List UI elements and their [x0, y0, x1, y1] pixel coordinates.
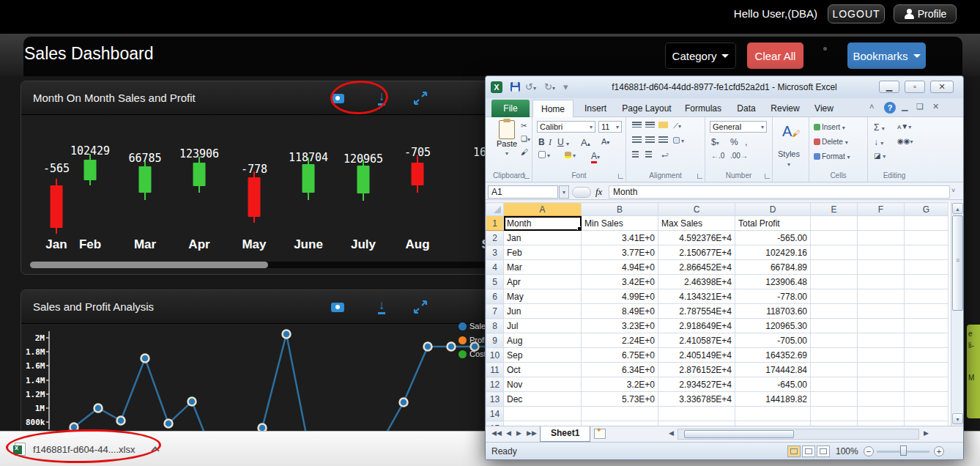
cell-C11[interactable]: 2.876152E+4 — [658, 363, 735, 377]
column-header-G[interactable]: G — [905, 203, 949, 216]
formula-expand-icon[interactable]: ˅ — [951, 187, 955, 194]
format-cells-button[interactable]: Format ▾ — [814, 152, 850, 160]
cell-A7[interactable]: Jun — [504, 304, 582, 319]
cell-E14[interactable] — [811, 407, 858, 421]
row-header-4[interactable]: 4 — [486, 260, 504, 275]
candle-body[interactable] — [193, 163, 206, 186]
clear-all-button[interactable]: Clear All — [747, 42, 803, 69]
comma-style-icon[interactable]: , — [745, 137, 747, 147]
cell-D4[interactable]: 66784.89 — [735, 260, 811, 275]
fill-color-icon[interactable]: ▾ — [565, 151, 576, 159]
align-center-icon[interactable] — [645, 136, 655, 144]
cell-E5[interactable] — [811, 275, 858, 289]
cell-G9[interactable] — [905, 333, 949, 348]
cell-E8[interactable] — [811, 319, 858, 333]
cell-D8[interactable]: 120965.30 — [735, 319, 811, 333]
sheet1-tab[interactable]: Sheet1 — [540, 426, 590, 442]
cell-G13[interactable] — [905, 392, 949, 407]
underline-dd-icon[interactable]: ▾ — [566, 139, 569, 147]
cell-B6[interactable]: 4.99E+0 — [582, 289, 658, 304]
chevron-up-icon[interactable] — [152, 446, 160, 454]
cell-A6[interactable]: May — [504, 289, 582, 304]
cell-B3[interactable]: 3.77E+0 — [582, 245, 658, 260]
cell-A10[interactable]: Sep — [504, 348, 582, 363]
zoom-in-icon[interactable]: + — [934, 446, 944, 456]
cell-C14[interactable] — [658, 407, 735, 421]
select-all-corner[interactable] — [486, 203, 504, 216]
cell-E11[interactable] — [811, 363, 858, 377]
cell-F7[interactable] — [858, 304, 905, 319]
cell-B14[interactable] — [582, 407, 658, 421]
cell-G4[interactable] — [905, 260, 949, 275]
align-top-icon[interactable] — [632, 122, 642, 130]
underline-button[interactable]: U — [557, 137, 564, 147]
first-sheet-icon[interactable]: ◀◀ — [491, 429, 502, 437]
cell-A11[interactable]: Oct — [504, 363, 582, 377]
cell-B8[interactable]: 3.23E+0 — [582, 319, 658, 333]
cell-C2[interactable]: 4.592376E+4 — [658, 231, 735, 245]
row-header-7[interactable]: 7 — [486, 304, 504, 319]
cell-A5[interactable]: Apr — [504, 275, 582, 289]
candle-body[interactable] — [248, 177, 261, 217]
cell-G1[interactable] — [905, 216, 949, 231]
cell-C13[interactable]: 3.336785E+4 — [658, 392, 735, 407]
cell-A12[interactable]: Nov — [504, 377, 582, 392]
data-point[interactable] — [165, 420, 173, 428]
row-header-10[interactable]: 10 — [486, 348, 504, 363]
ribbon-tab-formulas[interactable]: Formulas — [679, 100, 727, 117]
align-left-icon[interactable] — [632, 136, 642, 144]
column-header-F[interactable]: F — [858, 203, 905, 216]
styles-icon[interactable]: A🖌 — [782, 123, 800, 140]
doc-close-icon[interactable]: ✕ — [932, 102, 939, 111]
cell-D5[interactable]: 123906.48 — [735, 275, 811, 289]
cell-C4[interactable]: 2.866452E+4 — [658, 260, 735, 275]
cell-E9[interactable] — [811, 333, 858, 348]
profile-button[interactable]: Profile — [894, 4, 957, 23]
cell-F2[interactable] — [858, 231, 905, 245]
data-point[interactable] — [400, 399, 408, 407]
data-point[interactable] — [448, 343, 456, 351]
scroll-down-icon[interactable]: ▼ — [952, 413, 963, 424]
cut-icon[interactable]: ✂ — [521, 122, 527, 130]
cell-A3[interactable]: Feb — [504, 245, 582, 260]
cell-A2[interactable]: Jan — [504, 231, 582, 245]
cell-A1[interactable]: Month — [504, 216, 582, 231]
cell-A4[interactable]: Mar — [504, 260, 582, 275]
hscroll-right-icon[interactable]: ▶ — [924, 429, 929, 437]
candle-body[interactable] — [51, 185, 63, 228]
excel-titlebar[interactable]: X ↺▾ ↻▾ ▾ f146881f-d604-44dd-8977-fe1cfd… — [486, 76, 963, 98]
cell-F5[interactable] — [858, 275, 905, 289]
downloaded-file-item[interactable]: f146881f-d604-44....xlsx — [7, 437, 166, 461]
camera-icon[interactable] — [330, 90, 346, 106]
ribbon-tab-view[interactable]: View — [808, 100, 840, 117]
cell-D2[interactable]: -565.00 — [735, 231, 811, 245]
candle-body[interactable] — [412, 163, 424, 185]
cell-C5[interactable]: 2.46398E+4 — [658, 275, 735, 289]
accounting-format-icon[interactable]: $▾ — [711, 137, 719, 147]
cell-G3[interactable] — [905, 245, 949, 260]
cell-C10[interactable]: 2.405149E+4 — [658, 348, 735, 363]
cell-G2[interactable] — [905, 231, 949, 245]
cell-G7[interactable] — [905, 304, 949, 319]
minimize-button[interactable]: ▁ — [879, 81, 899, 93]
row-header-1[interactable]: 1 — [486, 216, 504, 231]
row-header-12[interactable]: 12 — [486, 377, 504, 392]
styles-button[interactable]: Styles — [778, 149, 800, 158]
cell-D11[interactable]: 174442.84 — [735, 363, 811, 377]
category-dropdown[interactable]: Category — [665, 42, 736, 69]
scroll-up-icon[interactable]: ▲ — [952, 203, 963, 214]
cell-A9[interactable]: Aug — [504, 333, 582, 348]
restore-button[interactable]: ▫ — [905, 81, 925, 93]
name-box-dd-icon[interactable]: ▾ — [559, 185, 569, 199]
cell-A14[interactable] — [504, 407, 582, 421]
delete-cells-button[interactable]: Delete ▾ — [814, 138, 848, 146]
copy-icon[interactable]: ❏▾ — [521, 135, 530, 143]
find-select-icon[interactable]: ◉◉▾ — [897, 137, 913, 145]
column-header-A[interactable]: A — [504, 203, 582, 216]
italic-button[interactable]: I — [549, 137, 552, 148]
download-icon[interactable]: ↓ — [374, 90, 390, 106]
cell-F11[interactable] — [858, 363, 905, 377]
last-sheet-icon[interactable]: ▶▶ — [527, 429, 537, 437]
data-point[interactable] — [70, 424, 78, 432]
cell-B2[interactable]: 3.41E+0 — [582, 231, 658, 245]
